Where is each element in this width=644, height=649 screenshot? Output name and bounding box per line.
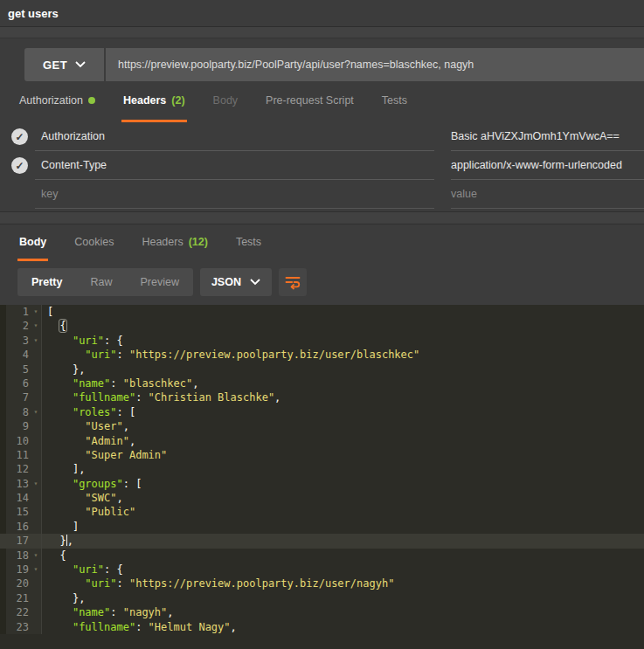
code-line[interactable]: 1▾[ [0,305,644,319]
code-text[interactable]: ] [42,520,644,534]
header-value-field[interactable]: Basic aHViZXJmOmh1YmVwcA== [451,122,644,151]
code-line[interactable]: 14 "SWC", [0,491,644,505]
fold-arrow-icon[interactable]: ▾ [31,549,41,563]
request-tab-tests[interactable]: Tests [380,81,409,122]
gutter-cell: 5 [0,362,42,376]
json-punctuation: : [135,621,148,633]
fold-arrow-icon[interactable]: ▾ [31,319,41,333]
code-text[interactable]: "name": "blaschkec", [42,376,644,390]
gutter-cell: 1▾ [0,305,42,319]
code-line[interactable]: 23 "fullname": "Helmut Nagy", [0,620,644,634]
wrap-button[interactable] [279,268,307,296]
response-code-editor[interactable]: 1▾[2▾ {3▾ "uri": {4 "uri": "https://prev… [0,305,644,649]
code-line[interactable]: 6 "name": "blaschkec", [0,376,644,390]
code-text[interactable]: "uri": "https://preview.poolparty.biz/us… [42,348,644,362]
gutter-cell: 9 [0,419,42,433]
json-key: "name" [73,606,110,618]
url-input[interactable]: https://preview.poolparty.biz/PoolParty/… [106,48,644,81]
code-line[interactable]: 11 "Super Admin" [0,448,644,462]
code-line[interactable]: 3▾ "uri": { [0,334,644,348]
code-text[interactable]: "Super Admin" [42,448,644,462]
fold-arrow-icon[interactable]: ▾ [31,477,41,491]
new-header-value-field[interactable]: value [451,180,644,209]
new-header-key-field[interactable]: key [35,180,434,209]
tab-label: Headers [123,94,166,107]
checked-checkbox-icon[interactable]: ✓ [11,157,28,174]
code-text[interactable]: "fullname": "Christian Blaschke", [42,390,644,404]
request-tab-body[interactable]: Body [211,81,240,122]
code-line[interactable]: 19▾ "uri": { [0,563,644,577]
code-line[interactable]: 13▾ "groups": [ [0,477,644,491]
view-mode-pretty[interactable]: Pretty [17,268,76,296]
response-tab-tests[interactable]: Tests [234,224,263,261]
response-tab-headers[interactable]: Headers(12) [140,224,209,261]
code-line[interactable]: 12 ], [0,462,644,476]
code-text[interactable]: "Admin", [42,434,644,448]
fold-arrow-icon[interactable]: ▾ [31,563,41,577]
code-line[interactable]: 4 "uri": "https://preview.poolparty.biz/… [0,348,644,362]
checked-checkbox-icon[interactable]: ✓ [11,128,28,145]
method-select[interactable]: GET [24,48,104,81]
response-tab-cookies[interactable]: Cookies [73,224,115,261]
code-text[interactable]: "Public" [42,505,644,519]
request-tab-headers[interactable]: Headers(2) [121,81,187,122]
code-line[interactable]: 20 "uri": "https://preview.poolparty.biz… [0,577,644,590]
headers-kv-editor: ✓AuthorizationBasic aHViZXJmOmh1YmVwcA==… [0,122,644,211]
response-tab-body[interactable]: Body [17,224,48,261]
code-text[interactable]: "fullname": "Helmut Nagy", [42,620,644,634]
view-mode-preview[interactable]: Preview [126,268,192,296]
code-text[interactable]: "uri": { [42,563,644,577]
line-number: 4 [6,348,31,362]
json-key: "uri" [73,335,104,347]
json-key: "uri" [85,349,116,361]
code-line[interactable]: 22 "name": "nagyh", [0,605,644,619]
response-tabs: BodyCookiesHeaders(12)Tests [0,224,644,261]
code-line[interactable]: 10 "Admin", [0,434,644,448]
code-text[interactable]: "User", [42,419,644,433]
code-text[interactable]: [ [42,305,644,319]
tab-label: Body [19,236,46,248]
code-text[interactable]: "groups": [ [42,477,644,491]
json-punctuation: , [67,535,73,547]
fold-arrow-icon[interactable]: ▾ [31,405,41,419]
code-line[interactable]: 7 "fullname": "Christian Blaschke", [0,390,644,404]
gutter-cell: 21 [0,591,42,605]
code-text[interactable]: "uri": "https://preview.poolparty.biz/us… [42,577,644,590]
code-text[interactable]: }, [42,591,644,605]
tab-label: Body [213,94,239,107]
code-line[interactable]: 9 "User", [0,419,644,433]
request-tab-authorization[interactable]: Authorization [17,81,97,122]
header-value-field[interactable]: application/x-www-form-urlencoded [451,151,644,180]
code-line[interactable]: 21 }, [0,591,644,605]
header-checkbox-cell [0,180,35,209]
code-line[interactable]: 15 "Public" [0,505,644,519]
json-punctuation: [ [47,306,53,318]
code-text[interactable]: { [42,319,644,333]
code-line[interactable]: 17 }, [0,534,644,548]
json-key: "groups" [73,478,123,490]
code-line[interactable]: 2▾ { [0,319,644,333]
request-title: get users [8,7,59,20]
fold-arrow-icon[interactable]: ▾ [31,334,41,348]
code-text[interactable]: }, [42,362,644,376]
format-select[interactable]: JSON [200,268,272,296]
code-line[interactable]: 8▾ "roles": [ [0,405,644,419]
request-tab-pre-request-script[interactable]: Pre-request Script [264,81,356,122]
gutter-cell: 13▾ [0,477,42,491]
code-text[interactable]: "SWC", [42,491,644,505]
code-text[interactable]: { [42,549,644,563]
fold-arrow-icon[interactable]: ▾ [31,305,41,319]
code-text[interactable]: "roles": [ [42,405,644,419]
code-line[interactable]: 16 ] [0,520,644,534]
header-key-field[interactable]: Content-Type [35,151,434,180]
code-text[interactable]: }, [42,534,644,548]
section-separator [0,211,644,224]
view-mode-raw[interactable]: Raw [76,268,126,296]
json-punctuation: , [274,391,280,404]
code-line[interactable]: 18▾ { [0,549,644,563]
code-text[interactable]: "uri": { [42,334,644,348]
code-text[interactable]: "name": "nagyh", [42,605,644,619]
code-text[interactable]: ], [42,462,644,476]
header-key-field[interactable]: Authorization [35,122,434,151]
code-line[interactable]: 5 }, [0,362,644,376]
